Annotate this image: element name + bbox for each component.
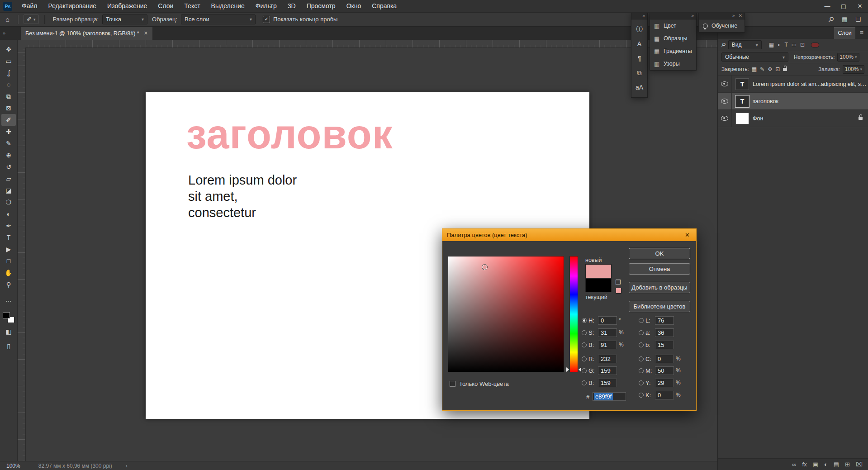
radio-button[interactable]	[639, 393, 644, 398]
panel-list-item[interactable]: ▦ Цвет	[650, 19, 696, 32]
menu-item[interactable]: Текст	[179, 0, 205, 12]
close-tab-icon[interactable]: ✕	[144, 30, 148, 36]
learn-panel-item[interactable]: Обучение	[699, 19, 745, 32]
glyphs-panel-icon[interactable]: ⧉	[633, 66, 646, 80]
home-icon[interactable]: ⌂	[5, 15, 9, 23]
hex-input[interactable]: e89f9f	[593, 392, 626, 401]
field-input[interactable]: 91	[598, 341, 617, 349]
marquee-tool[interactable]: ▭	[1, 55, 16, 67]
menu-item[interactable]: Изображение	[102, 0, 152, 12]
menu-item[interactable]: Фильтр	[250, 0, 282, 12]
healing-brush-tool[interactable]: ✚	[1, 126, 16, 138]
new-layer-icon[interactable]: ⊞	[845, 461, 850, 468]
maximize-icon[interactable]: ▢	[835, 0, 852, 12]
field-input[interactable]: 159	[598, 366, 617, 375]
pen-tool[interactable]: ✒	[1, 220, 16, 232]
foreground-background-colors[interactable]	[3, 312, 14, 323]
заголовок[interactable]: T заголовок	[718, 93, 868, 110]
menu-item[interactable]: Редактирование	[43, 0, 102, 12]
search-icon[interactable]: ⚲	[826, 14, 836, 24]
arrange-icon[interactable]: ❏	[855, 16, 861, 23]
horizontal-ruler[interactable]	[25, 40, 718, 48]
radio-button[interactable]	[582, 318, 587, 323]
dodge-tool[interactable]: ◐	[1, 208, 16, 220]
radio-button[interactable]	[639, 330, 644, 335]
field-input[interactable]: 31	[598, 328, 617, 337]
menu-item[interactable]: Файл	[16, 0, 43, 12]
lock-pixels-icon[interactable]: ✎	[760, 66, 764, 72]
eraser-tool[interactable]: ▱	[1, 173, 16, 185]
opacity-value[interactable]: 100% ▾	[837, 53, 859, 62]
layer-thumbnail[interactable]: T	[735, 78, 749, 90]
blend-mode-dropdown[interactable]: Обычные ▾	[721, 52, 788, 62]
panel-tab[interactable]	[732, 34, 740, 39]
saturation-brightness-field[interactable]	[448, 256, 564, 372]
field-input[interactable]: 29	[655, 379, 674, 387]
color-field-marker[interactable]	[482, 264, 488, 270]
quick-mask-icon[interactable]: ◧	[1, 326, 16, 337]
screen-mode-icon[interactable]: ▯	[1, 340, 16, 352]
status-menu-arrow-icon[interactable]: ›	[126, 463, 128, 469]
field-input[interactable]: 232	[598, 355, 617, 363]
fill-value[interactable]: 100% ▾	[843, 65, 864, 74]
filter-pixel-layers-icon[interactable]: ▦	[769, 42, 774, 48]
filter-toggle[interactable]	[811, 43, 819, 47]
radio-button[interactable]	[582, 380, 587, 385]
gamut-warning-icon[interactable]: ❒	[615, 279, 621, 286]
filter-smart-objects-icon[interactable]: ⊡	[800, 42, 805, 48]
radio-button[interactable]	[639, 368, 644, 373]
move-tool[interactable]: ✥	[1, 43, 16, 55]
collapse-panels-icon[interactable]: »	[691, 13, 694, 18]
close-dialog-icon[interactable]: ✕	[683, 232, 692, 238]
collapse-panels-icon[interactable]: »	[732, 13, 735, 18]
field-input[interactable]: 0	[598, 316, 617, 325]
panel-tab[interactable]	[718, 34, 725, 39]
sample-size-dropdown[interactable]: Точка ▾	[102, 14, 147, 24]
filter-adjustment-layers-icon[interactable]: ◐	[778, 42, 781, 48]
lock-position-icon[interactable]: ✥	[768, 66, 772, 72]
radio-button[interactable]	[639, 318, 644, 323]
field-input[interactable]: 50	[655, 366, 674, 375]
menu-item[interactable]: Выделение	[206, 0, 250, 12]
minimize-icon[interactable]: —	[819, 0, 835, 12]
visibility-cell[interactable]	[718, 110, 732, 127]
shape-tool[interactable]: □	[1, 255, 16, 267]
foreground-color-swatch[interactable]	[3, 312, 10, 318]
menu-item[interactable]: Справка	[366, 0, 402, 12]
radio-button[interactable]	[639, 380, 644, 385]
panel-menu-icon[interactable]: ≡	[855, 27, 868, 39]
panel-tab[interactable]	[740, 34, 747, 39]
radio-button[interactable]	[582, 356, 587, 361]
radio-button[interactable]	[582, 342, 587, 347]
menu-item[interactable]: 3D	[282, 0, 301, 12]
paragraph-panel-icon[interactable]: ¶	[633, 51, 646, 66]
type-tool[interactable]: T	[1, 232, 16, 243]
radio-button[interactable]	[582, 330, 587, 335]
color-libraries-button[interactable]: Библиотеки цветов	[629, 301, 690, 312]
show-sampling-ring-checkbox[interactable]: ✓	[263, 16, 270, 23]
eyedropper-tool[interactable]: ✐	[1, 114, 16, 126]
character-panel-icon[interactable]: A	[633, 37, 646, 51]
ok-button[interactable]: OK	[629, 248, 690, 259]
field-input[interactable]: 0	[655, 355, 674, 363]
frame-tool[interactable]: ⊠	[1, 102, 16, 114]
lock-artboard-icon[interactable]: ⊡	[775, 66, 780, 72]
field-input[interactable]: 159	[598, 379, 617, 387]
websafe-color-swatch[interactable]	[616, 288, 621, 294]
hue-slider[interactable]	[569, 256, 578, 372]
field-input[interactable]: 36	[655, 328, 674, 337]
layer-thumbnail[interactable]: T	[735, 95, 749, 107]
document-tab[interactable]: Без имени-1 @ 100% (заголовок, RGB/8#) *…	[21, 26, 152, 40]
filter-shape-layers-icon[interactable]: ▭	[792, 42, 797, 48]
hand-tool[interactable]: ✋	[1, 267, 16, 279]
sample-layers-dropdown[interactable]: Все слои ▾	[181, 14, 256, 24]
clone-stamp-tool[interactable]: ⊕	[1, 149, 16, 161]
panel-list-item[interactable]: ▦ Градиенты	[650, 45, 696, 57]
radio-button[interactable]	[582, 368, 587, 373]
layer-mask-icon[interactable]: ▣	[813, 461, 818, 468]
adjustment-layer-icon[interactable]: ◐	[824, 461, 828, 468]
panel-tab[interactable]	[725, 34, 732, 39]
vertical-ruler[interactable]	[18, 47, 26, 461]
zoom-tool[interactable]: ⚲	[1, 279, 16, 290]
path-select-tool[interactable]: ▶	[1, 243, 16, 255]
